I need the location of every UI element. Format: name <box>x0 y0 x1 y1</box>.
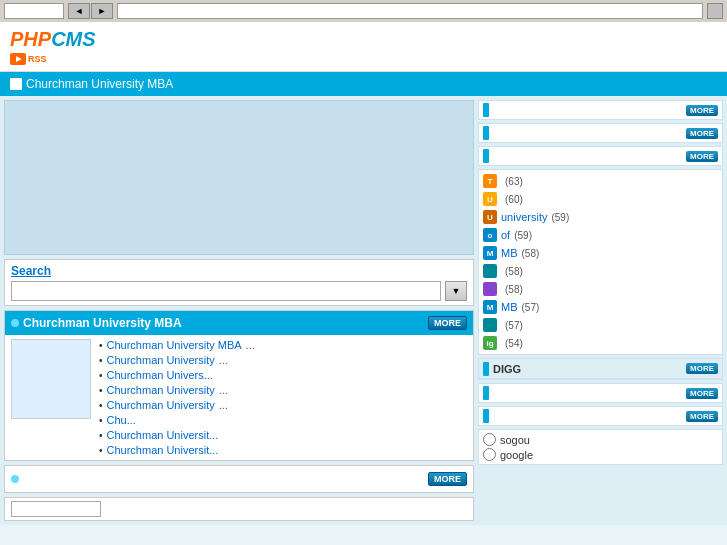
home-icon <box>10 78 22 90</box>
rss-label: RSS <box>28 54 47 64</box>
keyword-item-4: o of (59) <box>483 227 718 243</box>
keyword-text-8: MB <box>501 301 518 313</box>
radio-item-google: google <box>483 448 718 461</box>
banner-area <box>4 100 474 255</box>
radio-sogou[interactable] <box>483 433 496 446</box>
breadcrumb-bar: Churchman University MBA <box>0 72 727 96</box>
right-block-icon-2 <box>483 126 489 140</box>
article-link-3[interactable]: Churchman Univers... <box>107 369 213 381</box>
keyword-item-8: M MB (57) <box>483 299 718 315</box>
radio-google[interactable] <box>483 448 496 461</box>
article-thumbnail <box>11 339 91 419</box>
keyword-item-5: M MB (58) <box>483 245 718 261</box>
keyword-icon-5: M <box>483 246 497 260</box>
logo: PHP CMS ▶ RSS <box>10 28 96 65</box>
keyword-count-1: (63) <box>505 176 523 187</box>
list-item: • Chu... <box>99 414 467 426</box>
logo-cms: CMS <box>51 28 95 51</box>
radio-section: sogou google <box>478 429 723 465</box>
article-link-5[interactable]: Churchman University <box>107 399 215 411</box>
right-more-btn-2[interactable]: MORE <box>686 128 718 139</box>
bullet: • <box>99 340 103 351</box>
keyword-count-10: (54) <box>505 338 523 349</box>
section-content: • Churchman University MBA ... • Churchm… <box>5 335 473 460</box>
keyword-item-9: (57) <box>483 317 718 333</box>
right-block-icon-3 <box>483 149 489 163</box>
list-item: • Churchman University ... <box>99 384 467 396</box>
keyword-item-1: T (63) <box>483 173 718 189</box>
browser-nav-btns: ◄ ► <box>68 3 113 19</box>
right-block-icon-4 <box>483 386 489 400</box>
keyword-icon-4: o <box>483 228 497 242</box>
keyword-item-10: ig (54) <box>483 335 718 351</box>
browser-back-btn[interactable]: ◄ <box>68 3 90 19</box>
keyword-item-6: (58) <box>483 263 718 279</box>
list-item: • Churchman Univers... <box>99 369 467 381</box>
digg-icon <box>483 362 489 376</box>
right-block-icon-5 <box>483 409 489 423</box>
right-more-btn-1[interactable]: MORE <box>686 105 718 116</box>
list-item: • Churchman Universit... <box>99 429 467 441</box>
keyword-count-7: (58) <box>505 284 523 295</box>
keyword-count-6: (58) <box>505 266 523 277</box>
browser-address-left[interactable] <box>4 3 64 19</box>
main-more-btn[interactable]: MORE <box>428 316 467 330</box>
list-item: • Churchman University ... <box>99 399 467 411</box>
keyword-icon-10: ig <box>483 336 497 350</box>
bottom-mini-section: MORE <box>4 465 474 493</box>
section-header: Churchman University MBA MORE <box>5 311 473 335</box>
logo-php: PHP <box>10 28 51 51</box>
main-section: Churchman University MBA MORE • Churchma… <box>4 310 474 461</box>
search-link[interactable]: Search <box>11 264 51 278</box>
digg-header: DIGG MORE <box>479 359 722 379</box>
keyword-item-3: U university (59) <box>483 209 718 225</box>
article-link-8[interactable]: Churchman Universit... <box>107 444 219 456</box>
rss-icon: ▶ <box>10 53 26 65</box>
keyword-icon-3: U <box>483 210 497 224</box>
article-link-6[interactable]: Chu... <box>107 414 136 426</box>
search-dropdown-btn[interactable]: ▼ <box>445 281 467 301</box>
section-title: Churchman University MBA <box>11 316 182 330</box>
search-input[interactable] <box>11 281 441 301</box>
logo-text: PHP CMS <box>10 28 96 51</box>
digg-more-btn[interactable]: MORE <box>686 363 718 374</box>
bullet: • <box>99 355 103 366</box>
bullet: • <box>99 370 103 381</box>
bullet: • <box>99 445 103 456</box>
search-section: Search ▼ <box>4 259 474 306</box>
logo-rss: ▶ RSS <box>10 53 47 65</box>
breadcrumb-text: Churchman University MBA <box>26 77 173 91</box>
bottom-mini-icon <box>11 475 19 483</box>
keyword-icon-9 <box>483 318 497 332</box>
article-links: • Churchman University MBA ... • Churchm… <box>99 339 467 456</box>
right-block-2: MORE <box>478 123 723 143</box>
site-header: PHP CMS ▶ RSS <box>0 22 727 72</box>
bottom-search-input[interactable] <box>11 501 101 517</box>
radio-label-google: google <box>500 449 533 461</box>
browser-forward-btn[interactable]: ► <box>91 3 113 19</box>
right-block-3: MORE <box>478 146 723 166</box>
keyword-block: T (63) U (60) U university (59) o of <box>478 169 723 355</box>
bullet: • <box>99 400 103 411</box>
right-more-btn-3[interactable]: MORE <box>686 151 718 162</box>
keyword-text-4: of <box>501 229 510 241</box>
right-more-btn-5[interactable]: MORE <box>686 411 718 422</box>
right-more-btn-4[interactable]: MORE <box>686 388 718 399</box>
main-layout: Search ▼ Churchman University MBA MORE <box>0 96 727 525</box>
article-link-4[interactable]: Churchman University <box>107 384 215 396</box>
keyword-item-7: (58) <box>483 281 718 297</box>
browser-url-bar[interactable] <box>117 3 703 19</box>
keyword-count-4: (59) <box>514 230 532 241</box>
article-link-2[interactable]: Churchman University <box>107 354 215 366</box>
keyword-count-8: (57) <box>522 302 540 313</box>
article-link-1[interactable]: Churchman University MBA <box>107 339 242 351</box>
bottom-more-btn[interactable]: MORE <box>428 472 467 486</box>
keyword-icon-8: M <box>483 300 497 314</box>
right-block-5: MORE <box>478 406 723 426</box>
article-link-7[interactable]: Churchman Universit... <box>107 429 219 441</box>
keyword-count-5: (58) <box>522 248 540 259</box>
browser-go-btn[interactable] <box>707 3 723 19</box>
list-item: • Churchman University ... <box>99 354 467 366</box>
list-item: • Churchman Universit... <box>99 444 467 456</box>
keyword-icon-2: U <box>483 192 497 206</box>
